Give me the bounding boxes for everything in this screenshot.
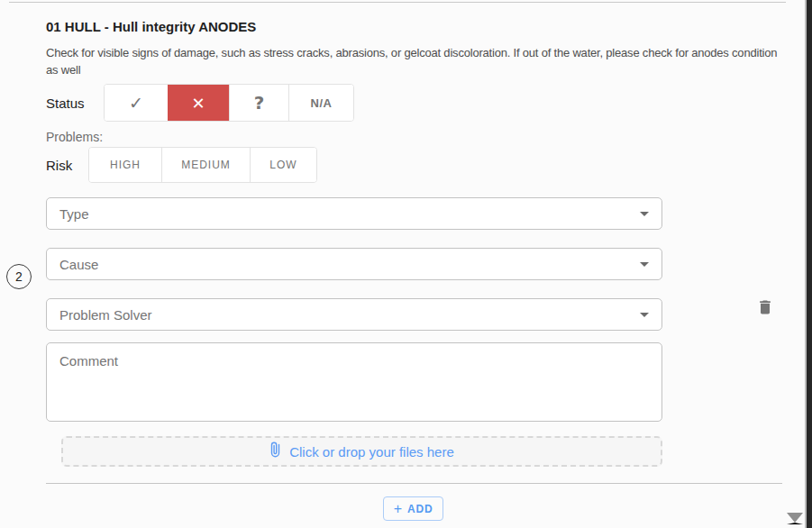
status-button-group: ✓ ✕ ? N/A xyxy=(104,84,354,122)
item-number-badge: 2 xyxy=(6,264,32,289)
trash-icon xyxy=(756,306,774,320)
plus-icon: + xyxy=(394,502,402,516)
status-label: Status xyxy=(46,96,104,111)
dropdown-arrow-icon xyxy=(640,262,649,267)
na-label: N/A xyxy=(311,96,333,110)
x-icon: ✕ xyxy=(191,94,205,113)
add-problem-button[interactable]: + ADD xyxy=(383,496,443,521)
status-row: Status ✓ ✕ ? N/A xyxy=(46,84,354,122)
risk-high-label: HIGH xyxy=(110,159,141,171)
risk-button-group: HIGH MEDIUM LOW xyxy=(88,147,317,183)
status-fail-button[interactable]: ✕ xyxy=(168,85,229,121)
dropdown-arrow-icon xyxy=(640,313,649,317)
add-button-label: ADD xyxy=(407,503,433,515)
cause-select[interactable]: Cause xyxy=(46,248,662,280)
risk-low-button[interactable]: LOW xyxy=(250,148,316,182)
item-description: Check for visible signs of damage, such … xyxy=(46,44,778,78)
section-divider-bottom xyxy=(46,483,782,484)
problem-solver-select[interactable]: Problem Solver xyxy=(46,298,662,331)
risk-row: Risk HIGH MEDIUM LOW xyxy=(46,147,317,183)
risk-medium-label: MEDIUM xyxy=(181,159,231,171)
comment-input[interactable] xyxy=(46,342,662,422)
item-title: 01 HULL - Hull integrity ANODES xyxy=(46,19,256,34)
upload-label: Click or drop your files here xyxy=(289,444,454,460)
paperclip-icon xyxy=(269,441,281,462)
check-icon: ✓ xyxy=(129,93,143,113)
risk-medium-button[interactable]: MEDIUM xyxy=(161,148,250,182)
inspection-form-page: 01 HULL - Hull integrity ANODES Check fo… xyxy=(0,0,812,528)
section-divider-top xyxy=(9,2,786,3)
problem-solver-placeholder: Problem Solver xyxy=(59,307,152,323)
scrollbar-track[interactable] xyxy=(807,0,812,528)
risk-high-button[interactable]: HIGH xyxy=(89,148,161,182)
status-pass-button[interactable]: ✓ xyxy=(105,85,168,121)
scroll-down-arrow[interactable] xyxy=(787,513,803,524)
delete-problem-button[interactable] xyxy=(755,297,775,319)
risk-label: Risk xyxy=(46,158,88,173)
status-question-button[interactable]: ? xyxy=(229,85,288,121)
type-select[interactable]: Type xyxy=(46,197,662,230)
problems-label: Problems: xyxy=(46,130,103,144)
type-select-placeholder: Type xyxy=(59,206,89,222)
file-upload-dropzone[interactable]: Click or drop your files here xyxy=(61,436,662,467)
status-na-button[interactable]: N/A xyxy=(288,85,353,121)
cause-select-placeholder: Cause xyxy=(59,257,98,272)
dropdown-arrow-icon xyxy=(640,212,649,216)
risk-low-label: LOW xyxy=(269,159,297,171)
question-mark-icon: ? xyxy=(254,92,265,114)
